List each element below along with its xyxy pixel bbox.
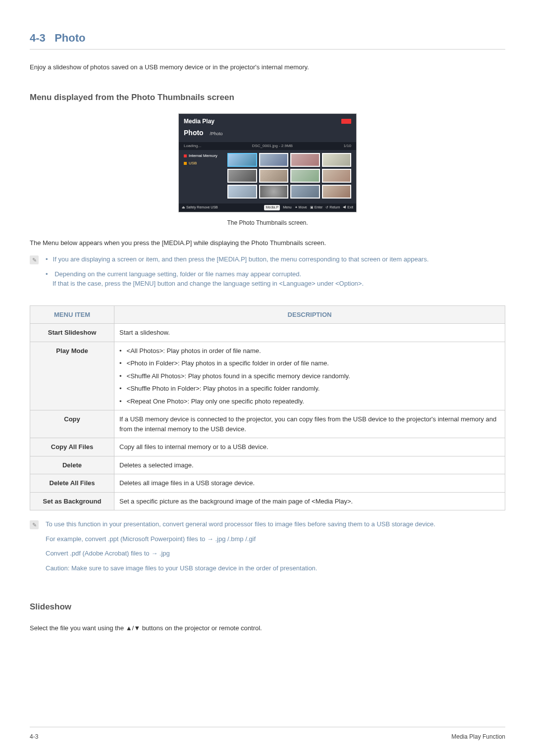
thumbnail	[259, 185, 289, 199]
section-name: Photo	[54, 32, 85, 44]
cell-desc: If a USB memory device is connected to t…	[114, 410, 505, 438]
info-line: For example, convert .ppt (Microsoft Pow…	[46, 534, 435, 544]
hint-move: ✦ Move	[295, 205, 307, 210]
table-row: Start Slideshow Start a slideshow.	[30, 324, 505, 342]
footer-right: Media Play Function	[451, 732, 505, 741]
status-loading: Loading...	[184, 143, 201, 149]
thumbnail	[227, 169, 257, 183]
thumbnail	[322, 153, 352, 167]
thumbnail	[227, 153, 257, 167]
info-line: To use this function in your presentatio…	[46, 519, 435, 529]
play-mode-item: <Photo in Folder>: Play photos in a spec…	[119, 358, 500, 368]
section-number: 4-3	[30, 32, 46, 44]
cell-desc: <All Photos>: Play photos in order of fi…	[114, 342, 505, 410]
hint-enter: ▣ Enter	[310, 205, 323, 210]
play-mode-item: <Repeat One Photo>: Play only one specif…	[119, 397, 500, 406]
hint-mediap-tag: Media.P	[264, 205, 280, 210]
table-row: Copy All Files Copy all files to interna…	[30, 438, 505, 456]
cell-label: Set as Background	[30, 492, 114, 510]
thumbnail	[290, 153, 320, 167]
cell-label: Copy	[30, 410, 114, 438]
counter: 1/10	[343, 143, 351, 149]
page-footer: 4-3 Media Play Function	[30, 727, 505, 741]
hint-safely-remove: ⏏ Safely Remove USB	[182, 205, 218, 210]
play-mode-item: <Shuffle All Photos>: Play photos found …	[119, 371, 500, 381]
thumbnail	[290, 169, 320, 183]
note-icon: ✎	[30, 255, 39, 264]
note-item: Depending on the current language settin…	[46, 269, 505, 289]
thumbnail	[259, 153, 289, 167]
cell-desc: Deletes a selected image.	[114, 456, 505, 474]
screenshot-wrapper: Media Play Photo /Photo Loading... DSC_0…	[30, 113, 505, 212]
side-internal-memory: Internal Memory	[184, 153, 223, 159]
info-line: Convert .pdf (Adobe Acrobat) files to → …	[46, 549, 435, 558]
cell-label: Start Slideshow	[30, 324, 114, 342]
note-icon: ✎	[30, 520, 39, 529]
note-subline: If that is the case, press the [MENU] bu…	[53, 279, 505, 289]
cell-label: Delete All Files	[30, 474, 114, 493]
intro-paragraph: Enjoy a slideshow of photos saved on a U…	[30, 62, 505, 72]
thumbnail	[227, 185, 257, 199]
cell-label: Play Mode	[30, 342, 114, 410]
cell-desc: Deletes all image files in a USB storage…	[114, 474, 505, 493]
section-title: 4-3 Photo	[30, 30, 505, 50]
hint-menu: Menu	[283, 205, 292, 210]
thumbnail	[322, 169, 352, 183]
thumbnail	[322, 185, 352, 199]
note-item: If you are displaying a screen or item, …	[46, 254, 505, 264]
subheading-thumbnails: Menu displayed from the Photo Thumbnails…	[30, 91, 505, 104]
thumbnail	[259, 169, 289, 183]
play-mode-item: <Shuffle Photo in Folder>: Play photos i…	[119, 384, 500, 394]
cell-desc: Set a specific picture as the background…	[114, 492, 505, 510]
footer-left: 4-3	[30, 732, 38, 741]
info-block: ✎ To use this function in your presentat…	[30, 519, 505, 578]
table-row: Copy If a USB memory device is connected…	[30, 410, 505, 438]
hint-exit: ⯇ Exit	[343, 205, 353, 210]
table-row: Delete Deletes a selected image.	[30, 456, 505, 474]
table-row: Set as Background Set a specific picture…	[30, 492, 505, 510]
file-info: DSC_0001.jpg - 2.9MB	[252, 143, 293, 149]
thumbnail	[290, 185, 320, 199]
play-mode-item: <All Photos>: Play photos in order of fi…	[119, 346, 500, 356]
usb-icon	[341, 119, 351, 124]
breadcrumb: /Photo	[210, 131, 222, 136]
note-block: ✎ If you are displaying a screen or item…	[30, 254, 505, 294]
hint-return: ↺ Return	[325, 205, 340, 210]
cell-label: Delete	[30, 456, 114, 474]
thumbnail-grid	[227, 153, 351, 199]
screenshot-caption: The Photo Thumbnails screen.	[30, 218, 505, 227]
menu-table: MENU ITEM DESCRIPTION Start Slideshow St…	[30, 305, 505, 511]
after-caption-paragraph: The Menu below appears when you press th…	[30, 238, 505, 248]
table-row: Play Mode <All Photos>: Play photos in o…	[30, 342, 505, 410]
th-menu-item: MENU ITEM	[30, 305, 114, 324]
th-description: DESCRIPTION	[114, 305, 505, 324]
cell-desc: Start a slideshow.	[114, 324, 505, 342]
app-title: Media Play	[184, 117, 214, 126]
projector-screenshot: Media Play Photo /Photo Loading... DSC_0…	[178, 113, 357, 212]
side-usb: USB	[184, 160, 223, 166]
cell-label: Copy All Files	[30, 438, 114, 456]
slideshow-paragraph: Select the file you want using the ▲/▼ b…	[30, 623, 505, 633]
cell-desc: Copy all files to internal memory or to …	[114, 438, 505, 456]
tab-photo: Photo	[184, 129, 204, 137]
subheading-slideshow: Slideshow	[30, 601, 505, 613]
table-row: Delete All Files Deletes all image files…	[30, 474, 505, 493]
info-line: Caution: Make sure to save image files t…	[46, 563, 435, 573]
